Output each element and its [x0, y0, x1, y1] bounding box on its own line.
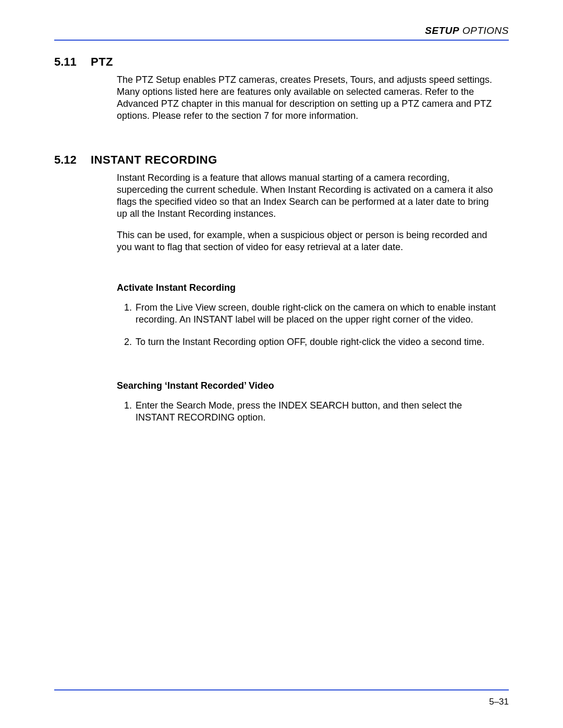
list-item: To turn the Instant Recording option OFF…: [134, 336, 498, 348]
header-setup: SETUP: [425, 25, 459, 36]
header-options: OPTIONS: [459, 25, 509, 36]
section-number: 5.11: [54, 55, 91, 69]
header-rule: [54, 40, 509, 41]
page-footer: 5–31: [54, 689, 509, 707]
paragraph: Instant Recording is a feature that allo…: [117, 172, 498, 220]
section-512-body: Instant Recording is a feature that allo…: [117, 172, 498, 424]
page-number: 5–31: [54, 697, 509, 707]
section-title: PTZ: [91, 55, 113, 69]
section-number: 5.12: [54, 153, 91, 167]
steps-list-searching: Enter the Search Mode, press the INDEX S…: [117, 400, 498, 424]
section-title: INSTANT RECORDING: [91, 153, 217, 167]
page-header: SETUP OPTIONS: [54, 25, 509, 36]
list-item: Enter the Search Mode, press the INDEX S…: [134, 400, 498, 424]
section-511-body: The PTZ Setup enables PTZ cameras, creat…: [117, 74, 498, 122]
section-heading-512: 5.12 INSTANT RECORDING: [54, 153, 509, 167]
document-page: SETUP OPTIONS 5.11 PTZ The PTZ Setup ena…: [0, 0, 563, 728]
subheading-searching: Searching ‘Instant Recorded’ Video: [117, 380, 498, 391]
paragraph: This can be used, for example, when a su…: [117, 229, 498, 253]
paragraph: The PTZ Setup enables PTZ cameras, creat…: [117, 74, 498, 122]
list-item: From the Live View screen, double right-…: [134, 302, 498, 326]
steps-list-activate: From the Live View screen, double right-…: [117, 302, 498, 348]
footer-rule: [54, 689, 509, 690]
subheading-activate: Activate Instant Recording: [117, 282, 498, 293]
section-heading-511: 5.11 PTZ: [54, 55, 509, 69]
